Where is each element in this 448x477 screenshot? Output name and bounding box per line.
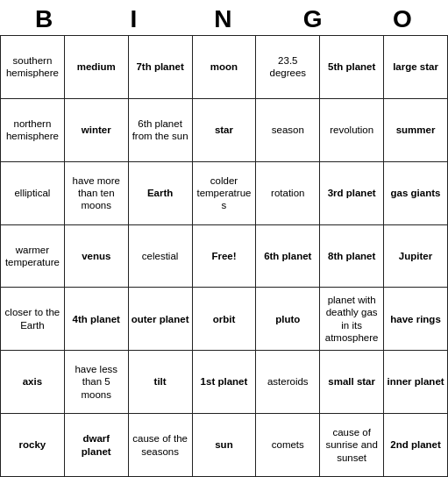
table-row: axishave less than 5 moonstilt1st planet… xyxy=(1,351,448,414)
table-cell: rocky xyxy=(1,414,65,477)
table-cell: revolution xyxy=(320,98,384,161)
table-cell: outer planet xyxy=(128,288,192,351)
table-cell: venus xyxy=(64,224,128,288)
table-cell: orbit xyxy=(192,288,256,351)
table-cell: inner planet xyxy=(384,351,448,414)
table-cell: 2nd planet xyxy=(384,414,448,477)
table-cell: warmer temperature xyxy=(1,224,65,288)
header-letter: G xyxy=(284,5,344,33)
table-cell: sun xyxy=(192,414,256,477)
table-cell: season xyxy=(256,98,320,161)
table-cell: comets xyxy=(256,414,320,477)
table-cell: rotation xyxy=(256,161,320,224)
table-row: northern hemispherewinter6th planet from… xyxy=(1,98,448,161)
table-cell: large star xyxy=(384,36,448,99)
table-cell: elliptical xyxy=(1,161,65,224)
header-letter: B xyxy=(15,5,75,33)
table-row: closer to the Earth4th planetouter plane… xyxy=(1,288,448,351)
table-cell: have more than ten moons xyxy=(64,161,128,224)
table-cell: Jupiter xyxy=(384,224,448,288)
table-cell: Free! xyxy=(192,224,256,288)
table-cell: 4th planet xyxy=(64,288,128,351)
table-cell: small star xyxy=(320,351,384,414)
table-row: rockydwarf planetcause of the seasonssun… xyxy=(1,414,448,477)
table-cell: colder temperatrues xyxy=(192,161,256,224)
table-row: warmer temperaturevenuscelestialFree!6th… xyxy=(1,224,448,288)
table-cell: closer to the Earth xyxy=(1,288,65,351)
header-letter: I xyxy=(104,5,164,33)
table-cell: dwarf planet xyxy=(64,414,128,477)
table-cell: northern hemisphere xyxy=(1,98,65,161)
table-cell: Earth xyxy=(128,161,192,224)
table-cell: winter xyxy=(64,98,128,161)
table-cell: gas giants xyxy=(384,161,448,224)
table-cell: summer xyxy=(384,98,448,161)
table-cell: have less than 5 moons xyxy=(64,351,128,414)
table-cell: planet with deathly gas in its atmospher… xyxy=(320,288,384,351)
table-row: southern hemispheremedium7th planetmoon2… xyxy=(1,36,448,99)
header-letter: O xyxy=(373,5,433,33)
table-cell: 5th planet xyxy=(320,36,384,99)
table-cell: have rings xyxy=(384,288,448,351)
bingo-grid: southern hemispheremedium7th planetmoon2… xyxy=(0,35,448,477)
header-letter: N xyxy=(194,5,253,33)
bingo-header: BINGO xyxy=(0,0,448,35)
table-cell: southern hemisphere xyxy=(1,36,65,99)
table-cell: 3rd planet xyxy=(320,161,384,224)
table-cell: asteroids xyxy=(256,351,320,414)
table-cell: celestial xyxy=(128,224,192,288)
table-cell: star xyxy=(192,98,256,161)
table-cell: 7th planet xyxy=(128,36,192,99)
table-cell: axis xyxy=(1,351,65,414)
table-cell: 1st planet xyxy=(192,351,256,414)
table-cell: 6th planet xyxy=(256,224,320,288)
table-cell: 6th planet from the sun xyxy=(128,98,192,161)
table-cell: cause of sunrise and sunset xyxy=(320,414,384,477)
table-cell: cause of the seasons xyxy=(128,414,192,477)
table-cell: 8th planet xyxy=(320,224,384,288)
table-cell: medium xyxy=(64,36,128,99)
table-row: ellipticalhave more than ten moonsEarthc… xyxy=(1,161,448,224)
table-cell: pluto xyxy=(256,288,320,351)
table-cell: moon xyxy=(192,36,256,99)
table-cell: tilt xyxy=(128,351,192,414)
table-cell: 23.5 degrees xyxy=(256,36,320,99)
